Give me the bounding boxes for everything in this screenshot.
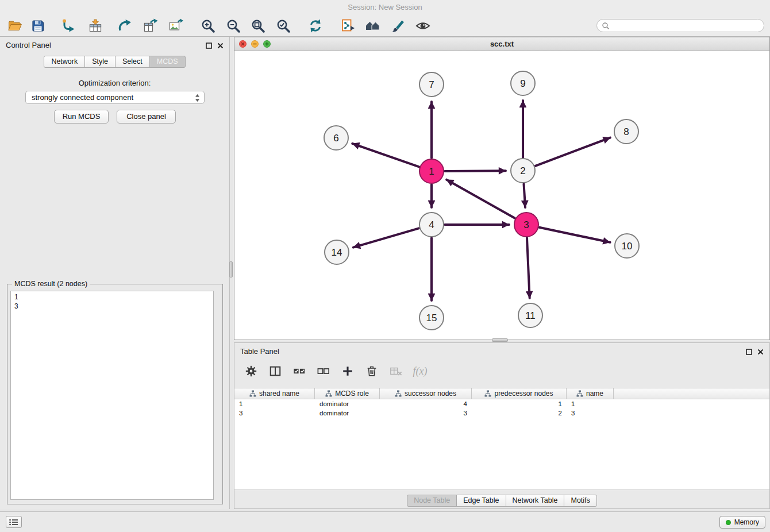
- save-session-button[interactable]: [28, 16, 48, 35]
- column-type-icon: [395, 390, 402, 397]
- graph-node-label: 4: [429, 219, 434, 230]
- copy-network-button[interactable]: [337, 16, 358, 35]
- zoom-fit-button[interactable]: [248, 16, 268, 35]
- column-header-label: name: [586, 390, 603, 398]
- graph-node-label: 9: [520, 78, 525, 89]
- column-header-name[interactable]: name: [567, 388, 614, 399]
- column-header-successor-nodes[interactable]: successor nodes: [380, 388, 472, 399]
- import-network-button[interactable]: [59, 16, 79, 35]
- zoom-out-icon: [226, 18, 241, 33]
- zoom-selected-icon: [276, 18, 291, 33]
- select-all-button[interactable]: [292, 364, 307, 379]
- export-image-button[interactable]: [165, 16, 186, 35]
- graph-node-label: 3: [523, 219, 529, 230]
- task-history-button[interactable]: [6, 516, 22, 528]
- graph-edge-3-11[interactable]: [527, 238, 530, 298]
- table-cell: 1: [472, 399, 567, 408]
- table-panel: Table Panel f(x) shared nameMCDS rolesuc…: [234, 342, 770, 509]
- column-type-icon: [325, 390, 332, 397]
- status-bar: Memory: [0, 511, 770, 532]
- show-columns-button[interactable]: [268, 364, 283, 379]
- chevron-up-down-icon: [195, 94, 200, 104]
- style-brush-button[interactable]: [387, 16, 408, 35]
- open-session-icon: [7, 18, 22, 33]
- show-graphics-button[interactable]: [413, 16, 433, 35]
- column-header-shared-name[interactable]: shared name: [234, 388, 315, 399]
- graph-node-label: 8: [623, 126, 629, 137]
- criterion-dropdown[interactable]: strongly connected component: [25, 91, 205, 104]
- tab-network[interactable]: Network: [44, 56, 85, 68]
- plus-icon: [341, 365, 354, 377]
- zoom-selected-button[interactable]: [273, 16, 294, 35]
- graph-edge-1-6[interactable]: [352, 144, 419, 167]
- table-tab-node-table[interactable]: Node Table: [407, 495, 457, 507]
- graph-edge-4-14[interactable]: [353, 228, 419, 247]
- home-icon: [365, 18, 380, 33]
- export-table-button[interactable]: [140, 16, 161, 35]
- table-body: 1dominator4113dominator323: [234, 399, 769, 418]
- zoom-in-button[interactable]: [198, 16, 218, 35]
- table-tab-edge-table[interactable]: Edge Table: [456, 495, 506, 507]
- export-image-icon: [168, 18, 183, 33]
- tab-style[interactable]: Style: [84, 56, 116, 68]
- horizontal-splitter-grip[interactable]: [492, 338, 508, 342]
- table-cell: 4: [380, 399, 472, 408]
- close-window-icon[interactable]: [239, 40, 247, 48]
- style-brush-icon: [390, 18, 405, 33]
- table-cell: dominator: [315, 399, 380, 408]
- column-type-icon: [249, 390, 256, 397]
- add-column-button[interactable]: [340, 364, 355, 379]
- float-table-panel-icon[interactable]: [746, 347, 752, 357]
- deselect-all-button[interactable]: [316, 364, 331, 379]
- table-tab-motifs[interactable]: Motifs: [564, 495, 596, 507]
- tab-mcds[interactable]: MCDS: [149, 56, 186, 68]
- home-button[interactable]: [363, 16, 383, 35]
- column-header-mcds-role[interactable]: MCDS role: [315, 388, 380, 399]
- close-panel-button[interactable]: Close panel: [117, 110, 176, 124]
- table-cell: dominator: [315, 408, 380, 418]
- list-icon: [9, 519, 18, 526]
- refresh-button[interactable]: [305, 16, 326, 35]
- table-row[interactable]: 3dominator323: [234, 408, 769, 418]
- import-network-icon: [61, 18, 76, 33]
- main-toolbar: [0, 15, 770, 37]
- graph-edge-1-2[interactable]: [445, 171, 506, 171]
- table-cell: 3: [380, 408, 472, 418]
- delete-column-button: [388, 364, 403, 379]
- control-panel-title: Control Panel: [6, 41, 51, 49]
- column-header-predecessor-nodes[interactable]: predecessor nodes: [472, 388, 567, 399]
- maximize-window-icon[interactable]: [263, 40, 271, 48]
- table-tab-network-table[interactable]: Network Table: [506, 495, 565, 507]
- memory-button[interactable]: Memory: [719, 516, 765, 529]
- delete-button[interactable]: [364, 364, 379, 379]
- close-table-panel-icon[interactable]: [757, 347, 764, 357]
- network-graph[interactable]: 7968124314101511: [234, 51, 769, 340]
- tab-select[interactable]: Select: [115, 56, 150, 68]
- open-session-button[interactable]: [5, 16, 25, 35]
- network-window-title: scc.txt: [234, 37, 769, 51]
- zoom-out-button[interactable]: [223, 16, 244, 35]
- column-header-label: shared name: [259, 390, 299, 398]
- export-network-button[interactable]: [115, 16, 136, 35]
- float-panel-icon[interactable]: [206, 41, 212, 51]
- run-mcds-button[interactable]: Run MCDS: [54, 110, 109, 124]
- graph-edge-3-10[interactable]: [540, 228, 610, 242]
- mcds-result-title: MCDS result (2 nodes): [12, 280, 90, 288]
- control-panel-tabs: NetworkStyleSelectMCDS: [0, 56, 229, 68]
- zoom-in-icon: [201, 18, 215, 33]
- search-input[interactable]: [612, 20, 759, 31]
- column-header-label: predecessor nodes: [494, 390, 553, 398]
- graph-edge-3-1[interactable]: [446, 180, 515, 218]
- table-settings-button[interactable]: [244, 364, 259, 379]
- search-field[interactable]: [596, 19, 764, 32]
- table-tabs: Node TableEdge TableNetwork TableMotifs: [234, 495, 769, 507]
- table-row[interactable]: 1dominator411: [234, 399, 769, 408]
- graph-edge-2-8[interactable]: [536, 138, 610, 166]
- vertical-splitter-grip[interactable]: [229, 261, 233, 277]
- network-window-titlebar: scc.txt: [234, 37, 769, 51]
- graph-edge-2-3[interactable]: [524, 184, 526, 207]
- close-panel-icon[interactable]: [217, 41, 224, 51]
- minimize-window-icon[interactable]: [251, 40, 259, 48]
- optimization-criterion-label: Optimization criterion:: [0, 79, 229, 87]
- import-table-button[interactable]: [85, 16, 106, 35]
